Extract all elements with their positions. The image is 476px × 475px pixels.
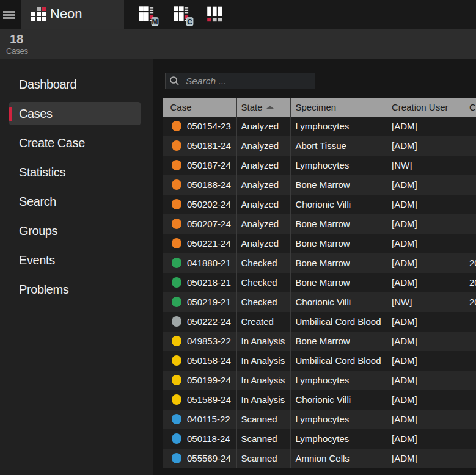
svg-text:C: C [187,18,192,26]
svg-text:M: M [152,18,158,26]
